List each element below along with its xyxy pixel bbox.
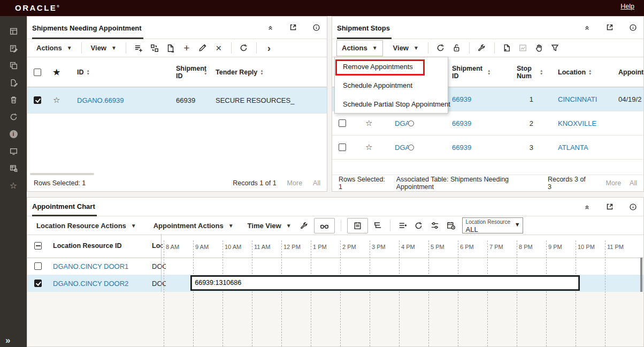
column-header-location-resource-id[interactable]: Location Resource ID [53, 234, 122, 258]
table-row[interactable]: ☆ DGANO.66939 66939 SECURE RESOURCES_ [27, 87, 327, 114]
location-resource-select[interactable]: Location Resource ALL ▼ [462, 217, 523, 233]
hand-icon[interactable] [531, 43, 547, 52]
glasses-icon[interactable] [314, 218, 335, 233]
resource-id-link[interactable]: DGANO.CINCY DOOR2 [53, 280, 128, 288]
sort-icon[interactable]: ▲▼ [588, 69, 592, 75]
refresh-icon[interactable] [236, 43, 252, 52]
row-checkbox[interactable] [34, 280, 42, 287]
appointment-bar[interactable]: 66939:1310686 [191, 276, 578, 290]
actions-menu-button[interactable]: Actions▼ [32, 44, 77, 52]
location-link[interactable]: KNOXVILLE [558, 119, 596, 127]
info-icon[interactable] [629, 24, 637, 32]
sidebar-expand-button[interactable]: » [5, 335, 9, 346]
stop-id-link[interactable]: DGANO [395, 144, 409, 152]
info-icon[interactable]: i [0, 125, 27, 142]
add-icon[interactable]: + [179, 43, 195, 53]
favorite-star-icon[interactable]: ☆ [53, 95, 60, 105]
sort-icon[interactable]: ▲▼ [87, 69, 90, 75]
all-button[interactable]: All [313, 179, 320, 187]
collapse-icon[interactable] [267, 24, 274, 31]
table-row[interactable]: ☆ DGANO 66939 3 ATLANTA [332, 135, 643, 160]
collapse-icon[interactable] [584, 203, 591, 210]
shipment-id-link[interactable]: 66939 [452, 119, 471, 127]
unlock-icon[interactable] [449, 43, 465, 52]
open-window-icon[interactable] [605, 202, 614, 211]
transfer-icon[interactable] [147, 43, 163, 53]
table-search-icon[interactable] [0, 160, 27, 177]
sort-icon[interactable]: ▲▼ [540, 69, 543, 75]
column-header-stop-num[interactable]: Stop Num [517, 57, 536, 87]
location-link[interactable]: CINCINNATI [558, 95, 597, 103]
stop-id-link[interactable]: DGANO [395, 119, 409, 127]
shipment-id-link[interactable]: 66939 [452, 144, 471, 152]
shipment-id-link[interactable]: 66939 [452, 95, 471, 103]
favorite-star-icon[interactable]: ☆ [365, 142, 372, 152]
row-checkbox[interactable] [339, 119, 346, 127]
list-settings-icon[interactable] [427, 221, 443, 230]
delete-icon[interactable]: × [211, 43, 227, 53]
document-remove-icon[interactable] [163, 43, 179, 53]
open-window-icon[interactable] [289, 23, 297, 32]
favorites-icon[interactable]: ☆ [0, 177, 27, 194]
refresh-icon[interactable] [411, 221, 427, 230]
open-window-icon[interactable] [605, 23, 614, 32]
edit-icon[interactable] [195, 43, 211, 52]
menu-item-schedule-partial-stop-appointment[interactable]: Schedule Partial Stop Appointment [335, 95, 448, 114]
column-header-shipment-id[interactable]: Shipment ID [452, 57, 485, 87]
collapse-icon[interactable] [584, 24, 591, 31]
time-view-button[interactable]: Time View▼ [243, 222, 296, 230]
refresh-icon[interactable] [0, 108, 27, 125]
all-button[interactable]: All [630, 179, 637, 187]
info-icon[interactable] [312, 24, 320, 32]
monitor-icon[interactable] [0, 142, 27, 160]
rows-icon[interactable] [395, 221, 411, 230]
resource-row[interactable]: DGANO.CINCY DOOR1 DOOR [27, 258, 643, 275]
location-resource-actions-button[interactable]: Location Resource Actions▼ [32, 222, 141, 230]
column-header-id[interactable]: ID▲▼ [77, 57, 90, 87]
wrench-icon[interactable] [296, 221, 312, 230]
menu-item-remove-appointments[interactable]: Remove Appointments [335, 57, 448, 76]
menu-item-schedule-appointment[interactable]: Schedule Appointment [335, 76, 448, 95]
select-all-checkbox[interactable] [34, 242, 42, 250]
sort-icon[interactable]: ▲▼ [260, 69, 263, 75]
view-menu-button[interactable]: View▼ [86, 44, 121, 52]
add-row-icon[interactable] [131, 43, 147, 53]
table-row[interactable]: ☆ DGANO 66939 2 KNOXVILLE [332, 111, 643, 135]
filter-icon[interactable] [547, 43, 563, 52]
refresh-icon[interactable] [433, 43, 449, 52]
shipment-id-link[interactable]: DGANO.66939 [77, 96, 124, 104]
copy-icon[interactable] [0, 57, 27, 74]
view-menu-button[interactable]: View▼ [388, 44, 424, 52]
more-button[interactable]: More [287, 179, 302, 187]
document-edit-icon[interactable] [0, 74, 27, 91]
sort-icon[interactable]: ▲▼ [487, 69, 490, 75]
location-link[interactable]: ATLANTA [558, 144, 588, 152]
hierarchy-icon[interactable] [370, 221, 386, 230]
trash-icon[interactable] [0, 91, 27, 108]
appointment-actions-button[interactable]: Appointment Actions▼ [149, 222, 239, 230]
more-button[interactable]: More [606, 179, 621, 187]
calendar-clock-icon[interactable] [443, 221, 459, 230]
row-checkbox[interactable] [34, 262, 42, 270]
wrench-icon[interactable] [474, 43, 490, 52]
horizontal-scrollbar[interactable] [30, 173, 94, 175]
info-icon[interactable] [629, 203, 637, 211]
row-checkbox[interactable] [34, 96, 41, 104]
vertical-scrollbar[interactable] [640, 258, 642, 292]
select-all-checkbox[interactable] [34, 69, 41, 76]
favorite-star-icon[interactable]: ☆ [365, 118, 372, 128]
workspace-icon[interactable] [0, 22, 27, 40]
calendar-icon[interactable] [347, 218, 368, 233]
column-header-tender-reply[interactable]: Tender Reply▲▼ [216, 57, 264, 87]
column-header-location[interactable]: Location▲▼ [558, 57, 592, 87]
actions-menu-button[interactable]: Actions▼ [336, 40, 383, 56]
sort-icon[interactable]: ▲▼ [204, 69, 207, 75]
form-edit-icon[interactable] [0, 40, 27, 57]
document-icon[interactable] [499, 43, 515, 52]
help-link[interactable]: Help [620, 3, 634, 10]
more-chevron-icon[interactable]: › [261, 43, 277, 53]
column-header-appointment[interactable]: Appointment [618, 57, 643, 87]
column-header-shipment-id[interactable]: Shipment ID [176, 57, 201, 87]
row-checkbox[interactable] [339, 144, 346, 151]
resource-id-link[interactable]: DGANO.CINCY DOOR1 [53, 262, 128, 270]
